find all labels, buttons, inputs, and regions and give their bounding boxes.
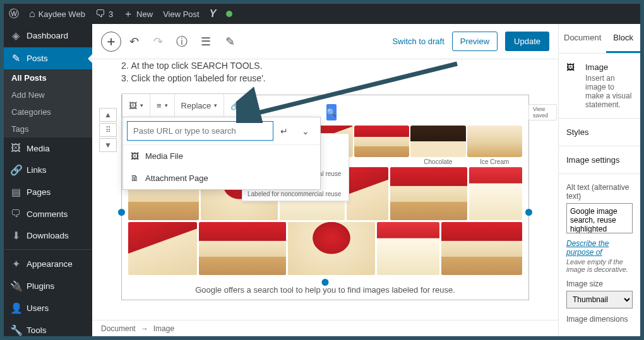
align-button[interactable]: ≡▾ [150, 94, 175, 117]
view-post[interactable]: View Post [158, 9, 205, 19]
editor-topbar: ＋ ↶ ↷ ⓘ ☰ ✎ Switch to draft Preview Upda… [92, 24, 558, 59]
comments-bubble[interactable]: 🗨3 [90, 8, 118, 20]
move-up-icon[interactable]: ▲ [99, 108, 117, 122]
media-icon: 🖾 [131, 151, 139, 161]
alt-hint: Leave empty if the image is decorative. [566, 258, 633, 273]
link-button[interactable]: 🔗 [224, 94, 247, 117]
undo-button[interactable]: ↶ [122, 30, 145, 53]
tab-block[interactable]: Block [606, 24, 640, 53]
sidebar-item-posts[interactable]: ✎Posts [4, 47, 92, 69]
sidebar-sub-all-posts[interactable]: All Posts [4, 69, 92, 86]
link-settings-icon[interactable]: ⌄ [295, 121, 316, 141]
block-name: Image [585, 62, 633, 72]
yoast-icon[interactable]: Y [205, 8, 222, 20]
sidebar-item-dashboard[interactable]: ◈Dashboard [4, 24, 92, 47]
view-saved: View saved [528, 104, 557, 120]
preview-button[interactable]: Preview [452, 32, 498, 51]
sidebar-sub-tags[interactable]: Tags [4, 120, 92, 138]
panel-title-image-settings[interactable]: Image settings [566, 155, 633, 165]
drag-handle-icon[interactable]: ⠿ [99, 123, 117, 137]
new-content[interactable]: ＋New [118, 8, 158, 21]
info-button[interactable]: ⓘ [170, 30, 193, 53]
block-breadcrumb: Document → Image [92, 320, 558, 336]
settings-sidebar: Document Block 🖼 Image Insert an image t… [558, 24, 640, 336]
wp-logo-icon[interactable]: ⓦ [4, 8, 24, 21]
outline-button[interactable]: ☰ [194, 30, 217, 53]
submit-link-icon[interactable]: ↵ [273, 121, 295, 141]
sidebar-item-users[interactable]: 👤Users [4, 297, 92, 319]
crumb[interactable]: Document [101, 324, 136, 333]
google-search-icon: 🔍 [326, 104, 337, 120]
sidebar-sub-categories[interactable]: Categories [4, 103, 92, 120]
thumb-label: Ice Cream [480, 158, 509, 165]
crumb[interactable]: Image [153, 324, 174, 333]
block-toolbar: 🖼▾ ≡▾ Replace▾ 🔗 ↵ ⌄ 🖾Media File 🗎Attach… [122, 93, 247, 117]
alt-help-link[interactable]: Describe the purpose of [566, 239, 633, 257]
replace-button[interactable]: Replace▾ [175, 94, 225, 117]
update-button[interactable]: Update [505, 32, 549, 51]
sidebar-item-comments[interactable]: 🗨Comments [4, 203, 92, 225]
thumb-label: Chocolate [424, 158, 452, 165]
admin-sidebar: ◈Dashboard ✎Posts All Posts Add New Cate… [4, 24, 92, 336]
list-item: Click the option 'labeled for reuse'. [121, 72, 529, 85]
redo-button[interactable]: ↷ [146, 30, 169, 53]
sidebar-item-links[interactable]: 🔗Links [4, 159, 92, 181]
sidebar-item-plugins[interactable]: 🔌Plugins [4, 275, 92, 297]
add-block-button[interactable]: ＋ [101, 32, 121, 52]
block-desc: Insert an image to make a visual stateme… [585, 74, 633, 109]
site-name[interactable]: ⌂Kaydee Web [24, 8, 90, 20]
page-icon: 🗎 [131, 173, 139, 183]
sidebar-item-media[interactable]: 🖾Media [4, 138, 92, 159]
link-option-attachment[interactable]: 🗎Attachment Page [123, 167, 320, 189]
admin-bar: ⓦ ⌂Kaydee Web 🗨3 ＋New View Post Y [4, 4, 640, 24]
sidebar-item-downloads[interactable]: ⬇Downloads [4, 225, 92, 247]
image-block[interactable]: ▲ ⠿ ▼ 🖼▾ ≡▾ Replace▾ 🔗 ↵ ⌄ [121, 95, 529, 300]
edit-mode-button[interactable]: ✎ [218, 30, 241, 53]
sidebar-sub-add-new[interactable]: Add New [4, 86, 92, 103]
move-down-icon[interactable]: ▼ [99, 138, 117, 152]
image-size-select[interactable]: Thumbnail [566, 291, 633, 308]
status-dot-icon [221, 11, 237, 17]
alt-text-input[interactable]: Google image search, reuse highlighted [566, 203, 633, 233]
panel-title-styles[interactable]: Styles [566, 127, 633, 137]
block-type-icon[interactable]: 🖼▾ [122, 94, 150, 117]
instruction-list: At the top click SEARCH TOOLS. Click the… [121, 59, 529, 85]
tab-document[interactable]: Document [559, 24, 606, 53]
image-dims-label: Image dimensions [566, 315, 633, 324]
block-mover[interactable]: ▲ ⠿ ▼ [99, 108, 117, 152]
alt-text-label: Alt text (alternative text) [566, 183, 633, 201]
sidebar-item-tools[interactable]: 🔧Tools [4, 319, 92, 336]
image-block-icon: 🖼 [566, 62, 580, 76]
link-popover: ↵ ⌄ 🖾Media File 🗎Attachment Page [122, 117, 321, 190]
sidebar-item-appearance[interactable]: ✦Appearance [4, 253, 92, 275]
link-option-media[interactable]: 🖾Media File [123, 145, 320, 167]
list-item: At the top click SEARCH TOOLS. [121, 59, 529, 72]
link-url-input[interactable] [127, 121, 273, 141]
sidebar-item-pages[interactable]: ▤Pages [4, 181, 92, 203]
image-size-label: Image size [566, 279, 633, 288]
switch-to-draft[interactable]: Switch to draft [392, 37, 444, 46]
